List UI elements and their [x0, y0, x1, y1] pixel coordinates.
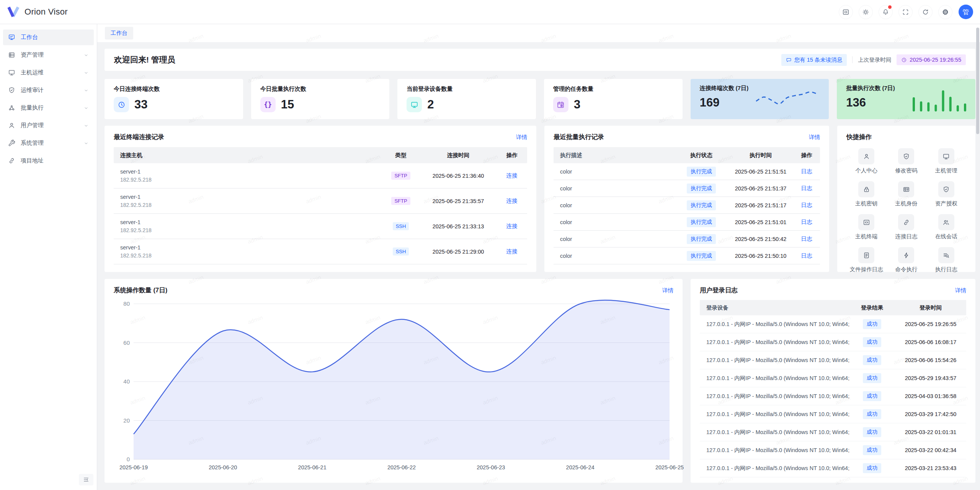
sidebar-item-project-link[interactable]: 项目地址 — [3, 153, 94, 169]
login-time: 2025-06-06 15:54:26 — [895, 357, 966, 363]
quick-file-op-logs[interactable]: 文件操作日志 — [846, 245, 886, 275]
sidebar-item-batch-exec[interactable]: 批量执行 — [3, 100, 94, 116]
settings-button[interactable] — [938, 5, 952, 19]
sidebar-item-users[interactable]: 用户管理 — [3, 118, 94, 133]
terminal-record-row: server-1 182.92.5.218 SFTP 2025-06-25 21… — [114, 163, 527, 188]
sidebar-item-audit[interactable]: 运维审计 — [3, 82, 94, 98]
login-log-row: 127.0.0.1 - 内网IP - Mozilla/5.0 (Windows … — [700, 423, 966, 441]
stats-row: 今日连接终端次数 33 今日批量执行次数 {} 15 — [105, 79, 975, 119]
log-link[interactable]: 日志 — [801, 202, 812, 208]
sidebar-item-system[interactable]: 系统管理 — [3, 135, 94, 151]
link-icon — [8, 157, 15, 164]
quick-connect-logs[interactable]: 连接日志 — [886, 212, 926, 243]
log-link[interactable]: 日志 — [801, 168, 812, 174]
trend-value: 169 — [700, 96, 749, 110]
theme-icon — [862, 8, 869, 16]
quick-asset-auth[interactable]: 资产授权 — [926, 179, 966, 210]
login-log-row: 127.0.0.1 - 内网IP - Mozilla/5.0 (Windows … — [700, 351, 966, 369]
log-link[interactable]: 日志 — [801, 219, 812, 225]
scrollbar-thumb[interactable] — [976, 28, 979, 134]
log-link[interactable]: 日志 — [801, 252, 812, 259]
dashboard-icon — [8, 34, 15, 41]
monitor-icon — [407, 97, 422, 112]
log-link[interactable]: 日志 — [801, 236, 812, 242]
host-name: server-1 — [120, 169, 382, 175]
trend-value: 136 — [846, 96, 895, 110]
svg-text:2025-06-23: 2025-06-23 — [477, 464, 505, 470]
quick-action-label: 连接日志 — [895, 233, 917, 240]
quick-actions-panel: 快捷操作 个人中心 修改密码 — [837, 126, 975, 272]
code-icon — [858, 214, 874, 230]
svg-text:20: 20 — [123, 417, 130, 424]
log-link[interactable]: 日志 — [801, 185, 812, 191]
svg-text:2025-06-24: 2025-06-24 — [566, 464, 595, 470]
login-log-detail-link[interactable]: 详情 — [955, 287, 966, 294]
exec-time: 2025-06-25 21:51:17 — [728, 202, 793, 208]
sidebar-collapse-button[interactable] — [79, 474, 93, 485]
login-log-row: 127.0.0.1 - 内网IP - Mozilla/5.0 (Windows … — [700, 369, 966, 387]
monitor-icon — [938, 148, 954, 164]
connect-link[interactable]: 连接 — [506, 223, 518, 229]
panel-title: 用户登录日志 — [700, 286, 738, 295]
quick-change-password[interactable]: 修改密码 — [886, 146, 926, 177]
exec-records-detail-link[interactable]: 详情 — [809, 134, 820, 141]
code-preview-button[interactable] — [839, 5, 853, 19]
chevron-down-icon — [83, 105, 89, 111]
breadcrumb-item-workbench[interactable]: 工作台 — [105, 27, 133, 39]
connect-link[interactable]: 连接 — [506, 172, 518, 179]
ops-chart-detail-link[interactable]: 详情 — [662, 287, 673, 294]
login-device: 127.0.0.1 - 内网IP - Mozilla/5.0 (Windows … — [700, 393, 849, 400]
sidebar-item-assets[interactable]: 资产管理 — [3, 47, 94, 63]
sidebar-item-host-ops[interactable]: 主机运维 — [3, 65, 94, 80]
table-header: 连接主机 类型 连接时间 操作 — [114, 147, 527, 163]
quick-host-identity[interactable]: 主机身份 — [886, 179, 926, 210]
terminal-records-detail-link[interactable]: 详情 — [516, 134, 527, 141]
theme-button[interactable] — [859, 5, 873, 19]
login-result-badge: 成功 — [863, 463, 881, 473]
quick-command-exec[interactable]: 命令执行 — [886, 245, 926, 275]
connect-link[interactable]: 连接 — [506, 198, 518, 204]
login-time: 2025-03-22 00:42:34 — [895, 447, 966, 453]
exec-time: 2025-06-25 21:50:10 — [728, 253, 793, 259]
notifications-button[interactable] — [879, 5, 893, 19]
brand[interactable]: Orion Visor — [7, 6, 68, 18]
login-result-badge: 成功 — [863, 355, 881, 365]
quick-profile[interactable]: 个人中心 — [846, 146, 886, 177]
login-time: 2025-06-25 19:26:55 — [895, 321, 966, 327]
svg-text:2025-06-21: 2025-06-21 — [298, 464, 327, 470]
quick-exec-logs[interactable]: 执行日志 — [926, 245, 966, 275]
panel-title: 快捷操作 — [846, 133, 872, 141]
fullscreen-button[interactable] — [898, 5, 913, 19]
exec-time: 2025-06-25 21:51:37 — [728, 185, 793, 192]
quick-host-terminal[interactable]: 主机终端 — [846, 212, 886, 243]
exec-record-row: color 执行完成 2025-06-25 21:51:17 日志 — [554, 197, 820, 214]
login-time: 2025-03-29 17:42:50 — [895, 411, 966, 417]
host-ip: 182.92.5.218 — [120, 227, 382, 233]
login-log-row: 127.0.0.1 - 内网IP - Mozilla/5.0 (Windows … — [700, 441, 966, 459]
login-result-badge: 成功 — [863, 391, 881, 401]
sidebar-item-label: 系统管理 — [21, 139, 44, 147]
exec-time: 2025-06-25 21:50:42 — [728, 236, 793, 242]
refresh-button[interactable] — [918, 5, 933, 19]
panel-title: 最近终端连接记录 — [114, 133, 164, 141]
connect-link[interactable]: 连接 — [506, 248, 518, 254]
message-icon — [786, 57, 792, 63]
quick-online-sessions[interactable]: 在线会话 — [926, 212, 966, 243]
unread-messages-badge[interactable]: 您有 15 条未读消息 — [781, 54, 847, 66]
login-device: 127.0.0.1 - 内网IP - Mozilla/5.0 (Windows … — [700, 339, 849, 346]
sidebar-item-workbench[interactable]: 工作台 — [3, 29, 94, 45]
user-avatar[interactable]: 管 — [959, 5, 973, 19]
svg-text:2025-06-22: 2025-06-22 — [387, 464, 416, 470]
host-name: server-1 — [120, 244, 382, 251]
exec-bars-chart — [913, 87, 966, 111]
welcome-meta: 您有 15 条未读消息 上次登录时间 2025-06-25 19:26:55 — [781, 54, 966, 66]
login-result-badge: 成功 — [863, 319, 881, 329]
quick-host-mgmt[interactable]: 主机管理 — [926, 146, 966, 177]
stat-card: 管理的任务数量 3 — [544, 79, 683, 119]
trend-card-terminal: 连接终端次数 (7日) 169 — [691, 79, 829, 119]
quick-action-label: 主机密钥 — [855, 200, 877, 207]
host-ip: 182.92.5.218 — [120, 177, 382, 183]
sidebar-item-label: 批量执行 — [21, 104, 44, 111]
quick-host-keys[interactable]: 主机密钥 — [846, 179, 886, 210]
sidebar: 工作台 资产管理 主机运维 运维审计 批 — [0, 24, 97, 490]
